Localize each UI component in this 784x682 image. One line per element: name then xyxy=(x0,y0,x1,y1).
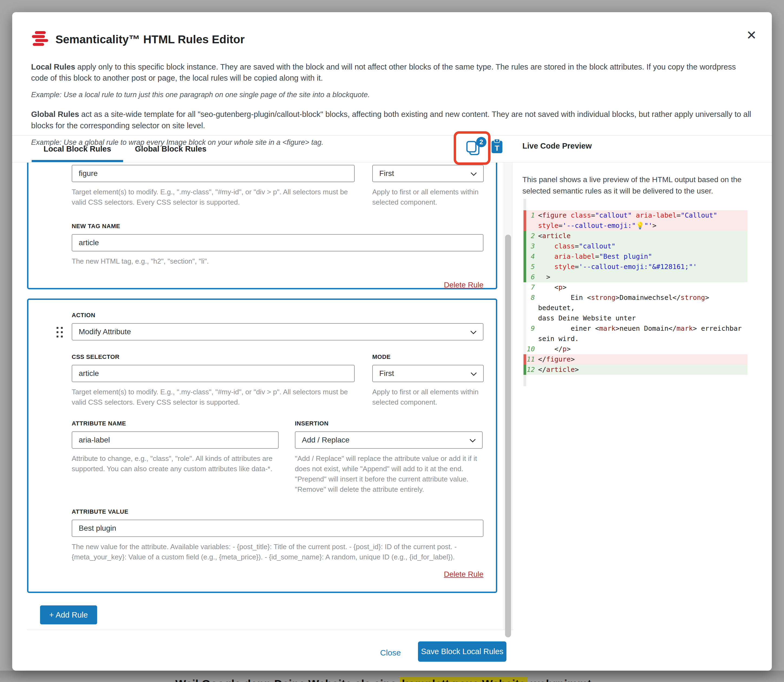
tab-global-block-rules[interactable]: Global Block Rules xyxy=(123,135,218,162)
code-line: 1<figure class="callout" aria-label="Cal… xyxy=(523,210,747,221)
local-rules-text: apply only to this specific block instan… xyxy=(31,62,736,82)
rules-count-badge: 2 xyxy=(476,137,487,147)
form-scrollbar[interactable] xyxy=(504,163,512,630)
code-line: 7 <p> xyxy=(523,282,747,293)
save-block-local-rules-button[interactable]: Save Block Local Rules xyxy=(418,641,506,662)
action-label: ACTION xyxy=(72,312,483,319)
code-line: 9 einer <mark>neuen Domain</mark> erreic… xyxy=(523,323,747,334)
rule-card-change-tag: Target element(s) to modify. E.g., ".my-… xyxy=(27,163,497,289)
svg-text:T: T xyxy=(495,144,499,152)
mode-help: Apply to first or all elements within se… xyxy=(372,387,484,408)
code-line: 8 Ein <strong>Domainwechsel</strong> bed… xyxy=(523,293,747,313)
drag-handle[interactable] xyxy=(57,327,63,338)
local-rules-description: Local Rules apply only to this specific … xyxy=(31,61,753,84)
new-tag-name-help: The new HTML tag, e.g., "h2", "section",… xyxy=(72,256,483,266)
code-line: dass Deine Website unter xyxy=(523,313,747,323)
insertion-help: "Add / Replace" will replace the attribu… xyxy=(295,454,483,495)
page-background-text: Weil Google dann Deine Website als eine … xyxy=(175,678,592,682)
mode-label: MODE xyxy=(372,354,484,360)
attribute-name-label: ATTRIBUTE NAME xyxy=(72,420,279,427)
code-line: 5 style='--callout-emoji:"&#128161;"' xyxy=(523,262,747,272)
action-select[interactable]: Modify Attribute xyxy=(72,323,483,341)
chevron-down-icon xyxy=(471,327,476,336)
global-rules-term: Global Rules xyxy=(31,110,79,118)
attribute-name-help: Attribute to change, e.g., "class", "rol… xyxy=(72,454,279,474)
code-line: sein wird. xyxy=(523,334,747,344)
live-code-preview-heading: Live Code Preview xyxy=(522,142,592,150)
css-selector-input[interactable] xyxy=(72,165,355,182)
css-selector-input[interactable] xyxy=(72,365,355,382)
add-rule-button[interactable]: + Add Rule xyxy=(40,606,97,625)
rule-card-modify-attribute: ACTION Modify Attribute CSS SELECTOR Tar… xyxy=(27,298,497,593)
close-button[interactable]: Close xyxy=(380,648,401,657)
page-background: Weil Google dann Deine Website als eine … xyxy=(0,671,784,682)
form-scrollbar-thumb[interactable] xyxy=(505,235,511,637)
code-line: 6 > xyxy=(523,272,747,282)
code-line: 10 </p> xyxy=(523,344,747,354)
mode-help: Apply to first or all elements within se… xyxy=(372,187,484,207)
chevron-down-icon xyxy=(471,369,477,378)
local-rules-term: Local Rules xyxy=(31,62,75,71)
code-line: style='--callout-emoji:"💡"'> xyxy=(523,221,747,231)
css-selector-help: Target element(s) to modify. E.g., ".my-… xyxy=(72,387,355,408)
insertion-label: INSERTION xyxy=(295,420,483,427)
attribute-value-label: ATTRIBUTE VALUE xyxy=(72,508,483,515)
new-tag-name-input[interactable] xyxy=(72,234,483,252)
code-line xyxy=(523,375,747,386)
code-line: 12</article> xyxy=(523,365,747,375)
background-text-highlight: komplett neue Website xyxy=(399,677,528,682)
tab-bar: Local Block Rules Global Block Rules xyxy=(12,135,772,163)
mode-select-value: First xyxy=(379,169,394,178)
insertion-select-value: Add / Replace xyxy=(302,436,350,445)
global-rules-text: act as a site-wide template for all "seo… xyxy=(31,110,751,130)
code-line: 3 class="callout" xyxy=(523,241,747,252)
background-text-after: wahrnimmt xyxy=(528,678,592,682)
annotation-highlight-box: 2 xyxy=(454,131,490,165)
global-rules-description: Global Rules act as a site-wide template… xyxy=(31,109,753,131)
code-line: 11</figure> xyxy=(523,354,747,365)
code-line: 2<article xyxy=(523,231,747,241)
mode-select[interactable]: First xyxy=(372,165,484,182)
dialog-title: Semanticality™ HTML Rules Editor xyxy=(56,33,245,46)
paste-rules-icon[interactable]: T xyxy=(490,139,504,155)
code-block: 1<figure class="callout" aria-label="Cal… xyxy=(523,199,747,386)
attribute-name-input[interactable] xyxy=(72,432,279,449)
chevron-down-icon xyxy=(471,169,477,178)
css-selector-label: CSS SELECTOR xyxy=(72,354,355,360)
attribute-value-help: The new value for the attribute. Availab… xyxy=(72,542,483,562)
screen: Weil Google dann Deine Website als eine … xyxy=(0,0,784,682)
attribute-value-input[interactable] xyxy=(72,519,483,537)
css-selector-help: Target element(s) to modify. E.g., ".my-… xyxy=(72,187,355,207)
semanticality-logo-icon xyxy=(31,30,49,48)
delete-rule-link[interactable]: Delete Rule xyxy=(444,280,483,289)
code-line xyxy=(523,199,747,210)
mode-select-value: First xyxy=(379,369,394,378)
background-text-before: Weil Google dann Deine Website als eine xyxy=(175,678,399,682)
local-rules-example: Example: Use a local rule to turn just t… xyxy=(31,91,753,99)
mode-select[interactable]: First xyxy=(372,365,484,382)
action-select-value: Modify Attribute xyxy=(79,327,131,336)
chevron-down-icon xyxy=(470,436,475,445)
tab-local-block-rules[interactable]: Local Block Rules xyxy=(32,135,123,162)
code-line: 4 aria-label="Best plugin" xyxy=(523,252,747,262)
insertion-select[interactable]: Add / Replace xyxy=(295,432,483,449)
html-rules-editor-dialog: ✕ Semanticality™ HTML Rules Editor Local… xyxy=(12,12,772,671)
delete-rule-link[interactable]: Delete Rule xyxy=(444,570,483,578)
live-code-preview-description: This panel shows a live preview of the H… xyxy=(522,174,755,197)
new-tag-name-label: NEW TAG NAME xyxy=(72,223,483,230)
